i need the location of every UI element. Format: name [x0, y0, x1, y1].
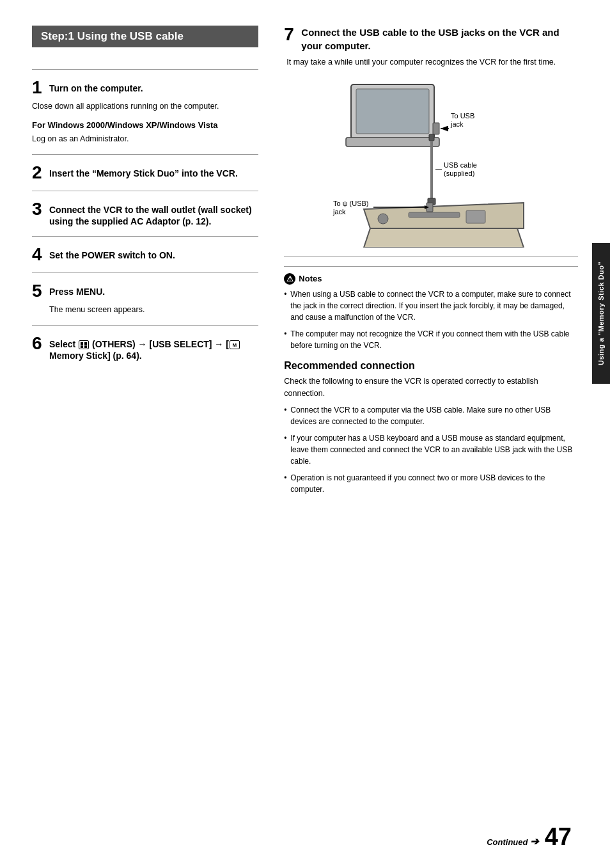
rec-title: Recommended connection [284, 360, 578, 372]
divider-2 [32, 154, 258, 155]
step-3-header: 3 Connect the VCR to the wall outlet (wa… [32, 200, 258, 227]
usb-diagram: To USB jack USB cable (supplied) [332, 75, 530, 248]
page: Using a "Memory Stick Duo" Step:1 Using … [0, 0, 610, 868]
rec-item-2: If your computer has a USB keyboard and … [284, 432, 578, 467]
step-1-subheading: For Windows 2000/Windows XP/Windows Vist… [32, 119, 258, 132]
svg-rect-7 [430, 141, 433, 198]
notes-header: ⚠ Notes [284, 273, 578, 285]
left-column: Step:1 Using the USB cable 1 Turn on the… [32, 26, 278, 842]
usb-jack-label: To USB [451, 112, 474, 120]
step-4-title: Set the POWER switch to ON. [49, 246, 175, 261]
notes-section: ⚠ Notes When using a USB cable to connec… [284, 266, 578, 351]
svg-rect-1 [356, 89, 429, 134]
side-tab-label: Using a "Memory Stick Duo" [597, 262, 605, 365]
note-item-2: The computer may not recognize the VCR i… [284, 328, 578, 351]
step-5-body-text: The menu screen appears. [49, 305, 145, 314]
step-6-block: 6 Select (OTHERS) → [USB SELECT] → [M Me… [32, 335, 258, 361]
step-3-title: Connect the VCR to the wall outlet (wall… [49, 200, 258, 227]
step-header-title: Step:1 Using the USB cable [41, 30, 184, 42]
notes-icon: ⚠ [284, 273, 295, 285]
step-2-title: Insert the “Memory Stick Duo” into the V… [49, 164, 238, 179]
step-5-number: 5 [32, 282, 46, 300]
memory-stick-icon: M [230, 340, 240, 349]
step-1-number: 1 [32, 79, 46, 97]
footer: Continued ➔ 47 [487, 825, 572, 849]
svg-marker-12 [364, 228, 524, 248]
divider-1 [32, 69, 258, 70]
step-1-body-text: Close down all applications running on t… [32, 102, 219, 111]
step-7-title: Connect the USB cable to the USB jacks o… [301, 26, 578, 52]
step-5-body: The menu screen appears. [49, 304, 258, 316]
continued-label: Continued ➔ [487, 837, 541, 847]
page-number: 47 [545, 825, 572, 849]
step-1-header: 1 Turn on the computer. [32, 79, 258, 97]
others-icon [79, 340, 89, 349]
step-2-header: 2 Insert the “Memory Stick Duo” into the… [32, 164, 258, 182]
svg-rect-3 [433, 123, 439, 134]
step-7-body: It may take a while until your computer … [286, 56, 578, 68]
divider-5 [32, 272, 258, 273]
rec-list: Connect the VCR to a computer via the US… [284, 404, 578, 495]
right-column: 7 Connect the USB cable to the USB jacks… [278, 26, 578, 842]
divider-6 [32, 325, 258, 326]
usb-diagram-svg: To USB jack USB cable (supplied) [332, 75, 530, 248]
main-content: Step:1 Using the USB cable 1 Turn on the… [32, 26, 578, 842]
step-1-title: Turn on the computer. [49, 79, 143, 94]
continued-text: Continued [487, 837, 528, 847]
note-item-1: When using a USB cable to connect the VC… [284, 288, 578, 323]
step-1-body: Close down all applications running on t… [32, 100, 258, 145]
svg-text:jack: jack [332, 208, 346, 216]
step-7-number: 7 [284, 26, 298, 43]
rec-intro: Check the following to ensure the VCR is… [284, 375, 578, 400]
step-6-number: 6 [32, 335, 46, 352]
step-6-header: 6 Select (OTHERS) → [USB SELECT] → [M Me… [32, 335, 258, 361]
step-5-title: Press MENU. [49, 282, 105, 297]
continued-arrow: ➔ [530, 836, 538, 847]
svg-point-16 [378, 214, 388, 224]
step-6-title: Select (OTHERS) → [USB SELECT] → [M Memo… [49, 335, 258, 361]
divider-3 [32, 191, 258, 191]
divider-4 [32, 236, 258, 237]
svg-text:USB cable: USB cable [444, 161, 477, 169]
step-7-header: 7 Connect the USB cable to the USB jacks… [284, 26, 578, 52]
svg-rect-6 [429, 134, 434, 141]
svg-text:jack: jack [450, 120, 464, 128]
svg-rect-15 [466, 210, 485, 223]
step-1-block: 1 Turn on the computer. Close down all a… [32, 79, 258, 145]
step-2-number: 2 [32, 164, 46, 182]
step-4-block: 4 Set the POWER switch to ON. [32, 246, 258, 264]
step-4-number: 4 [32, 246, 46, 264]
step-3-number: 3 [32, 200, 46, 218]
step-4-header: 4 Set the POWER switch to ON. [32, 246, 258, 264]
step-header-box: Step:1 Using the USB cable [32, 26, 258, 47]
svg-rect-2 [346, 138, 439, 146]
step-1-sub-body: Log on as an Administrator. [32, 133, 258, 145]
step-3-block: 3 Connect the VCR to the wall outlet (wa… [32, 200, 258, 227]
recommended-section: Recommended connection Check the followi… [284, 360, 578, 496]
rec-item-3: Operation is not guaranteed if you conne… [284, 472, 578, 495]
step-5-block: 5 Press MENU. The menu screen appears. [32, 282, 258, 316]
notes-title: Notes [299, 274, 322, 283]
svg-text:(supplied): (supplied) [444, 170, 474, 177]
divider-right [284, 256, 578, 257]
notes-list: When using a USB cable to connect the VC… [284, 288, 578, 351]
step-5-header: 5 Press MENU. [32, 282, 258, 300]
svg-rect-14 [409, 212, 460, 217]
side-tab: Using a "Memory Stick Duo" [592, 243, 610, 384]
svg-text:To ψ (USB): To ψ (USB) [333, 200, 369, 207]
step-2-block: 2 Insert the “Memory Stick Duo” into the… [32, 164, 258, 182]
rec-item-1: Connect the VCR to a computer via the US… [284, 404, 578, 427]
